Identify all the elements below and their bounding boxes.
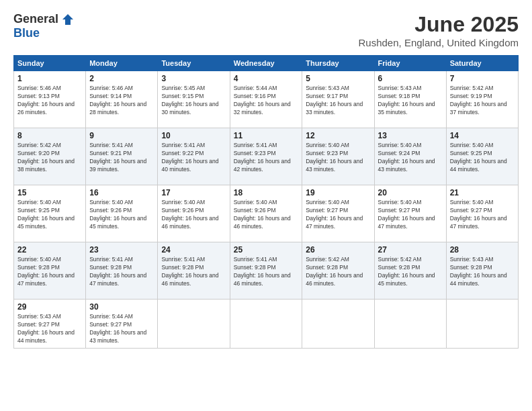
col-friday: Friday (374, 56, 446, 71)
day-info: Sunrise: 5:43 AM Sunset: 9:27 PM Dayligh… (17, 313, 82, 345)
sunset-label: Sunset: 9:28 PM (306, 264, 348, 271)
day-cell: 19 Sunrise: 5:40 AM Sunset: 9:27 PM Dayl… (302, 185, 374, 242)
day-info: Sunrise: 5:40 AM Sunset: 9:28 PM Dayligh… (17, 256, 82, 288)
day-cell: 5 Sunrise: 5:43 AM Sunset: 9:17 PM Dayli… (302, 71, 374, 128)
sunrise-label: Sunrise: 5:43 AM (450, 256, 494, 263)
daylight-label: Daylight: 16 hours and 46 minutes. (234, 272, 291, 287)
daylight-label: Daylight: 16 hours and 47 minutes. (89, 272, 146, 287)
day-cell: 22 Sunrise: 5:40 AM Sunset: 9:28 PM Dayl… (14, 242, 86, 300)
sunrise-label: Sunrise: 5:43 AM (378, 85, 422, 91)
day-info: Sunrise: 5:40 AM Sunset: 9:23 PM Dayligh… (306, 142, 370, 174)
sunset-label: Sunset: 9:26 PM (89, 207, 132, 214)
day-cell: 17 Sunrise: 5:40 AM Sunset: 9:26 PM Dayl… (158, 185, 230, 242)
day-cell: 2 Sunrise: 5:46 AM Sunset: 9:14 PM Dayli… (86, 71, 158, 128)
sunrise-label: Sunrise: 5:45 AM (161, 85, 205, 91)
day-cell: 18 Sunrise: 5:40 AM Sunset: 9:26 PM Dayl… (230, 185, 302, 242)
day-number: 4 (234, 74, 299, 83)
day-number: 10 (161, 131, 226, 140)
day-info: Sunrise: 5:45 AM Sunset: 9:15 PM Dayligh… (161, 85, 226, 117)
day-cell: 15 Sunrise: 5:40 AM Sunset: 9:25 PM Dayl… (14, 185, 86, 242)
location: Rushden, England, United Kingdom (359, 37, 519, 48)
day-number: 27 (378, 245, 443, 255)
day-number: 28 (450, 245, 515, 255)
sunrise-label: Sunrise: 5:42 AM (306, 256, 349, 263)
sunrise-label: Sunrise: 5:40 AM (234, 199, 277, 205)
sunrise-label: Sunrise: 5:40 AM (306, 199, 349, 205)
calendar: Sunday Monday Tuesday Wednesday Thursday… (13, 55, 519, 349)
day-info: Sunrise: 5:40 AM Sunset: 9:26 PM Dayligh… (161, 199, 226, 231)
day-number: 25 (234, 245, 299, 255)
day-cell: 1 Sunrise: 5:46 AM Sunset: 9:13 PM Dayli… (14, 71, 86, 128)
sunset-label: Sunset: 9:28 PM (89, 264, 132, 271)
day-info: Sunrise: 5:41 AM Sunset: 9:22 PM Dayligh… (161, 142, 226, 174)
day-info: Sunrise: 5:43 AM Sunset: 9:18 PM Dayligh… (378, 85, 443, 117)
header: General Blue June 2025 Rushden, England,… (13, 12, 519, 48)
daylight-label: Daylight: 16 hours and 47 minutes. (450, 215, 507, 230)
day-info: Sunrise: 5:40 AM Sunset: 9:27 PM Dayligh… (378, 199, 443, 231)
day-info: Sunrise: 5:40 AM Sunset: 9:27 PM Dayligh… (306, 199, 370, 231)
day-cell: 25 Sunrise: 5:41 AM Sunset: 9:28 PM Dayl… (230, 242, 302, 300)
sunrise-label: Sunrise: 5:41 AM (161, 142, 205, 148)
sunset-label: Sunset: 9:20 PM (17, 150, 60, 156)
day-cell: 21 Sunrise: 5:40 AM Sunset: 9:27 PM Dayl… (446, 185, 518, 242)
day-number: 24 (161, 245, 226, 255)
day-info: Sunrise: 5:41 AM Sunset: 9:21 PM Dayligh… (89, 142, 154, 174)
sunrise-label: Sunrise: 5:43 AM (306, 85, 349, 91)
day-number: 22 (17, 245, 82, 255)
day-number: 15 (17, 188, 82, 197)
day-info: Sunrise: 5:42 AM Sunset: 9:19 PM Dayligh… (450, 85, 515, 117)
sunset-label: Sunset: 9:23 PM (234, 150, 276, 156)
sunset-label: Sunset: 9:13 PM (17, 93, 60, 99)
day-info: Sunrise: 5:41 AM Sunset: 9:23 PM Dayligh… (234, 142, 299, 174)
sunrise-label: Sunrise: 5:46 AM (17, 85, 61, 91)
sunrise-label: Sunrise: 5:42 AM (450, 85, 494, 91)
daylight-label: Daylight: 16 hours and 44 minutes. (450, 158, 507, 173)
sunset-label: Sunset: 9:28 PM (234, 264, 276, 271)
sunset-label: Sunset: 9:25 PM (17, 207, 60, 214)
sunset-label: Sunset: 9:27 PM (306, 207, 348, 214)
day-cell: 30 Sunrise: 5:44 AM Sunset: 9:27 PM Dayl… (86, 300, 158, 349)
day-cell: 16 Sunrise: 5:40 AM Sunset: 9:26 PM Dayl… (86, 185, 158, 242)
sunset-label: Sunset: 9:21 PM (89, 150, 132, 156)
day-number: 8 (17, 131, 82, 140)
daylight-label: Daylight: 16 hours and 40 minutes. (161, 158, 218, 173)
daylight-label: Daylight: 16 hours and 43 minutes. (89, 329, 146, 344)
sunrise-label: Sunrise: 5:40 AM (378, 199, 422, 205)
sunset-label: Sunset: 9:24 PM (378, 150, 420, 156)
day-cell: 20 Sunrise: 5:40 AM Sunset: 9:27 PM Dayl… (374, 185, 446, 242)
day-cell: 12 Sunrise: 5:40 AM Sunset: 9:23 PM Dayl… (302, 128, 374, 185)
day-number: 13 (378, 131, 443, 140)
day-info: Sunrise: 5:42 AM Sunset: 9:28 PM Dayligh… (306, 256, 370, 288)
logo-blue-text: Blue (13, 26, 40, 40)
sunrise-label: Sunrise: 5:40 AM (161, 199, 205, 205)
logo-icon (61, 13, 75, 26)
col-sunday: Sunday (14, 56, 86, 71)
day-cell: 4 Sunrise: 5:44 AM Sunset: 9:16 PM Dayli… (230, 71, 302, 128)
sunrise-label: Sunrise: 5:42 AM (17, 142, 61, 148)
sunrise-label: Sunrise: 5:41 AM (89, 256, 133, 263)
day-info: Sunrise: 5:43 AM Sunset: 9:28 PM Dayligh… (450, 256, 515, 288)
sunset-label: Sunset: 9:17 PM (306, 93, 348, 99)
day-info: Sunrise: 5:40 AM Sunset: 9:26 PM Dayligh… (89, 199, 154, 231)
day-info: Sunrise: 5:40 AM Sunset: 9:27 PM Dayligh… (450, 199, 515, 231)
month-title: June 2025 (359, 12, 519, 37)
day-number: 6 (378, 74, 443, 83)
daylight-label: Daylight: 16 hours and 26 minutes. (17, 101, 75, 116)
day-info: Sunrise: 5:42 AM Sunset: 9:20 PM Dayligh… (17, 142, 82, 174)
sunrise-label: Sunrise: 5:43 AM (17, 313, 61, 320)
sunrise-label: Sunrise: 5:41 AM (89, 142, 133, 148)
sunset-label: Sunset: 9:26 PM (234, 207, 276, 214)
sunset-label: Sunset: 9:22 PM (161, 150, 204, 156)
day-info: Sunrise: 5:40 AM Sunset: 9:26 PM Dayligh… (234, 199, 299, 231)
sunrise-label: Sunrise: 5:44 AM (89, 313, 133, 320)
daylight-label: Daylight: 16 hours and 38 minutes. (17, 158, 75, 173)
day-info: Sunrise: 5:46 AM Sunset: 9:14 PM Dayligh… (89, 85, 154, 117)
daylight-label: Daylight: 16 hours and 46 minutes. (306, 272, 363, 287)
daylight-label: Daylight: 16 hours and 42 minutes. (234, 158, 291, 173)
daylight-label: Daylight: 16 hours and 46 minutes. (234, 215, 291, 230)
daylight-label: Daylight: 16 hours and 33 minutes. (306, 101, 363, 116)
sunset-label: Sunset: 9:28 PM (17, 264, 60, 271)
daylight-label: Daylight: 16 hours and 28 minutes. (89, 101, 146, 116)
daylight-label: Daylight: 16 hours and 47 minutes. (378, 215, 435, 230)
day-cell: 11 Sunrise: 5:41 AM Sunset: 9:23 PM Dayl… (230, 128, 302, 185)
